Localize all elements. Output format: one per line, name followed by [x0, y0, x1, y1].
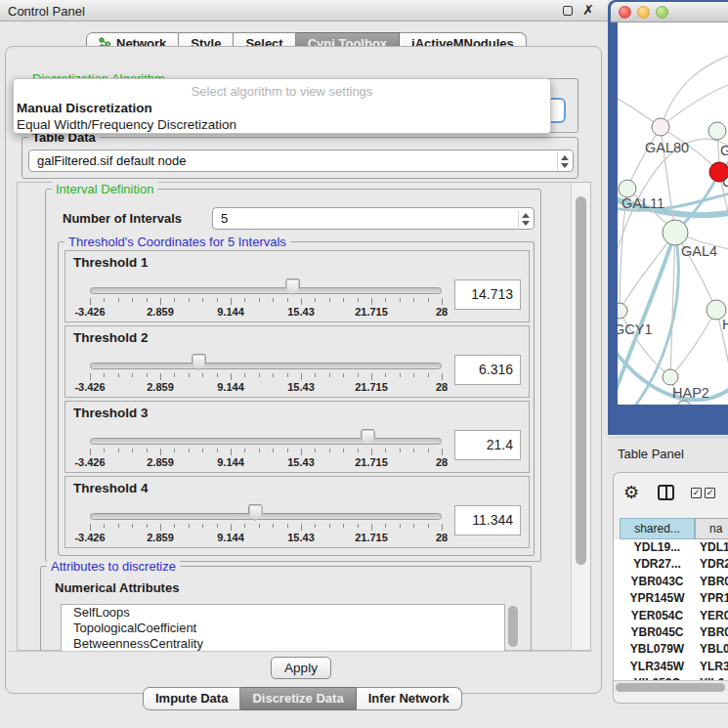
table-row[interactable]: YER054CYER0 [614, 608, 728, 624]
tick-label: 2.859 [129, 532, 192, 543]
network-node-gal80[interactable] [652, 118, 669, 136]
node-label: GAL4 [681, 243, 717, 259]
tick-mark [287, 524, 288, 528]
table-row[interactable]: YPR145WYPR1 [614, 590, 728, 607]
tick-label: 2.859 [129, 306, 192, 318]
tick-mark [385, 373, 386, 377]
cell-name: YBR0 [700, 624, 728, 641]
algorithm-option[interactable]: Equal Width/Frequency Discretization [17, 117, 236, 132]
tick-mark [244, 373, 245, 377]
threshold-value-field[interactable]: 11.344 [454, 505, 521, 535]
tick-label: 21.715 [340, 532, 403, 543]
tick-mark [132, 449, 133, 452]
threshold-value-field[interactable]: 14.713 [454, 279, 521, 310]
network-canvas[interactable]: GAL80GACGAL11GAL4GCY1HHAP2 [618, 22, 728, 405]
tick-mark [244, 298, 245, 302]
table-row[interactable]: YBR043CYBR0 [614, 574, 728, 590]
threshold-value-field[interactable]: 21.4 [454, 430, 521, 460]
slider-track[interactable] [90, 438, 442, 445]
cell-name: YDL1 [700, 539, 728, 556]
window-title: Control Panel [8, 4, 85, 19]
settings-scrollbar-track[interactable] [571, 183, 590, 650]
tick-label: 21.715 [340, 306, 403, 318]
float-window-icon[interactable] [563, 6, 573, 16]
table-hscrollbar[interactable] [614, 680, 728, 693]
mac-zoom-icon[interactable] [656, 6, 668, 19]
tick-mark [315, 298, 316, 302]
tick-mark [202, 449, 203, 452]
tick-mark [301, 449, 302, 455]
tick-mark [118, 524, 119, 528]
threshold-row: Threshold 4-3.4262.8599.14415.4321.71528… [64, 476, 530, 548]
column-header-name[interactable]: na [695, 518, 728, 539]
node-label: C [722, 174, 728, 190]
tick-mark [147, 373, 148, 377]
tick-mark [147, 524, 148, 528]
close-icon[interactable]: ✗ [582, 2, 594, 18]
attribute-item[interactable]: TopologicalCoefficient [62, 621, 504, 636]
attribute-item[interactable]: SelfLoops [62, 605, 504, 621]
tick-mark [132, 373, 133, 377]
tick-mark [189, 373, 190, 377]
attributes-list-scrollbar[interactable] [508, 606, 518, 651]
tick-mark [358, 373, 359, 377]
table-row[interactable]: YLR345WYLR3 [614, 659, 728, 675]
cell-shared-name: YLR345W [620, 659, 695, 675]
threshold-value-field[interactable]: 6.316 [454, 355, 521, 385]
tick-label: 9.144 [199, 306, 262, 318]
table-row[interactable]: YBL079WYBL0 [614, 641, 728, 658]
apply-button[interactable]: Apply [271, 657, 331, 679]
network-node-ga[interactable] [708, 122, 726, 140]
tab-discretize-data[interactable]: Discretize Data [240, 687, 356, 710]
settings-scrollbar-thumb[interactable] [576, 196, 586, 565]
table-data-combo[interactable]: galFiltered.sif default node [28, 150, 574, 172]
attribute-item[interactable]: BetweennessCentrality [62, 636, 504, 652]
slider-track[interactable] [90, 287, 442, 294]
table-hscrollbar-thumb[interactable] [616, 683, 725, 692]
tick-mark [160, 524, 161, 531]
algorithm-combo-fragment[interactable] [549, 98, 566, 123]
cell-shared-name: YPR145W [620, 590, 695, 607]
tick-mark [371, 373, 372, 380]
table-panel-titlebar: Table Panel [608, 437, 728, 470]
attributes-group: Attributes to discretize Numerical Attri… [40, 566, 532, 652]
checkbox-icon[interactable]: ✓ [705, 488, 715, 498]
num-intervals-combo[interactable]: 5 [212, 207, 535, 230]
combo-stepper-icon[interactable] [518, 210, 531, 228]
tick-mark [287, 449, 288, 452]
tick-mark [160, 373, 161, 380]
network-node-gal4[interactable] [663, 220, 688, 245]
mac-minimize-icon[interactable] [637, 6, 650, 19]
combo-stepper-icon[interactable] [557, 152, 570, 170]
tab-impute-data[interactable]: Impute Data [143, 687, 240, 710]
tick-label: 9.144 [199, 381, 262, 393]
tick-label: 15.43 [270, 381, 332, 393]
tick-label: 15.43 [270, 532, 332, 543]
tick-label: 21.715 [340, 381, 403, 393]
network-node-hap2[interactable] [663, 369, 678, 385]
table-data-group: Table Data galFiltered.sif default node [21, 137, 578, 179]
tick-mark [287, 373, 288, 377]
tick-mark [385, 449, 386, 452]
tick-mark [358, 524, 359, 528]
algorithm-option[interactable]: Manual Discretization [17, 101, 152, 115]
tab-infer-network[interactable]: Infer Network [357, 687, 462, 710]
network-node-gcy1[interactable] [618, 303, 627, 319]
tick-mark [174, 298, 175, 302]
checkbox-icon[interactable]: ✓ [691, 488, 702, 498]
column-header-shared-name[interactable]: shared... [620, 518, 695, 539]
numerical-attributes-list[interactable]: SelfLoopsTopologicalCoefficientBetweenne… [61, 604, 505, 653]
split-view-icon[interactable] [658, 485, 674, 500]
threshold-row: Threshold 1-3.4262.8599.14415.4321.71528… [64, 250, 530, 322]
slider-track[interactable] [90, 513, 442, 520]
mac-close-icon[interactable] [619, 6, 631, 19]
tick-mark [273, 449, 274, 452]
threshold-coordinates-title: Threshold's Coordinates for 5 Intervals [64, 235, 290, 249]
table-row[interactable]: YBR045CYBR0 [614, 624, 728, 641]
slider-track[interactable] [90, 363, 442, 369]
tick-mark [259, 524, 260, 528]
table-row[interactable]: YDR27...YDR2 [614, 556, 728, 573]
gear-icon[interactable]: ⚙ [623, 482, 639, 502]
tick-mark [231, 524, 232, 531]
table-row[interactable]: YDL19...YDL1 [614, 539, 728, 556]
